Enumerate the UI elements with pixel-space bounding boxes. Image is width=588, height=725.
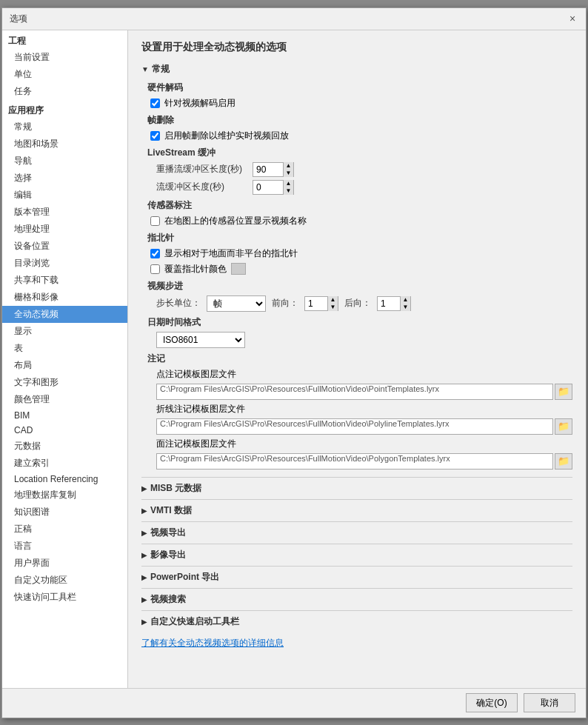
livestream-title: LiveStream 缓冲	[147, 147, 572, 159]
general-arrow-icon: ▼	[141, 65, 149, 73]
sidebar-item-quick-access[interactable]: 快速访问工具栏	[2, 589, 127, 606]
north-arrow-label2: 覆盖指北针颜色	[164, 263, 227, 275]
sidebar-item-bim[interactable]: BIM	[2, 408, 127, 423]
backward-up[interactable]: ▲	[400, 296, 410, 304]
sidebar-item-layout[interactable]: 布局	[2, 357, 127, 374]
sidebar-item-full-motion-video[interactable]: 全动态视频	[2, 306, 127, 323]
sidebar-item-location-referencing[interactable]: Location Referencing	[2, 472, 127, 487]
sidebar-item-build-index[interactable]: 建立索引	[2, 455, 127, 472]
general-section-label: 常规	[152, 63, 170, 76]
step-unit-select[interactable]: 帧	[207, 295, 266, 312]
stream-buffer-down[interactable]: ▼	[283, 187, 293, 195]
sidebar-item-cad[interactable]: CAD	[2, 423, 127, 438]
polyline-annotation-browse[interactable]: 📁	[555, 418, 572, 435]
point-annotation-row: C:\Program Files\ArcGIS\Pro\Resources\Fu…	[156, 384, 572, 400]
sidebar-item-knowledge-graph[interactable]: 知识图谱	[2, 504, 127, 521]
video-export-arrow-icon: ▶	[141, 529, 147, 537]
sidebar-item-map-scene[interactable]: 地图和场景	[2, 136, 127, 153]
dialog-title: 选项	[10, 13, 27, 25]
sidebar-item-catalog-browsing[interactable]: 目录浏览	[2, 255, 127, 272]
main-content: 设置用于处理全动态视频的选项 ▼ 常规 硬件解码 针对视频解码启用 帧删除 启用…	[128, 30, 586, 688]
general-section-header[interactable]: ▼ 常规	[141, 63, 572, 76]
north-arrow-label1: 显示相对于地面而非平台的指北针	[164, 247, 298, 260]
sidebar-item-metadata[interactable]: 元数据	[2, 438, 127, 455]
backward-label: 后向：	[344, 297, 371, 310]
sidebar-item-editing[interactable]: 编辑	[2, 187, 127, 204]
point-annotation-input[interactable]: C:\Program Files\ArcGIS\Pro\Resources\Fu…	[156, 384, 553, 400]
sidebar-item-proofing[interactable]: 正稿	[2, 521, 127, 538]
close-button[interactable]: ×	[567, 13, 578, 24]
sidebar-item-version-management[interactable]: 版本管理	[2, 204, 127, 221]
hardware-decode-checkbox[interactable]	[150, 98, 160, 108]
north-arrow-color-preview[interactable]	[231, 263, 246, 275]
forward-up[interactable]: ▲	[327, 296, 338, 304]
stream-buffer-input[interactable]	[253, 181, 283, 194]
sidebar-item-geodatabase-replication[interactable]: 地理数据库复制	[2, 487, 127, 504]
sidebar-item-language[interactable]: 语言	[2, 538, 127, 555]
replay-buffer-up[interactable]: ▲	[283, 162, 293, 170]
sidebar-item-raster-imagery[interactable]: 栅格和影像	[2, 289, 127, 306]
sidebar-item-display[interactable]: 显示	[2, 323, 127, 340]
forward-down[interactable]: ▼	[327, 304, 338, 311]
video-export-section-label: 视频导出	[150, 527, 186, 539]
backward-input[interactable]	[378, 297, 400, 310]
frame-purge-checkbox[interactable]	[150, 131, 160, 141]
annotation-body: 点注记模板图层文件 C:\Program Files\ArcGIS\Pro\Re…	[156, 368, 572, 470]
replay-buffer-spinner: ▲ ▼	[253, 162, 294, 177]
video-search-arrow-icon: ▶	[141, 595, 147, 604]
custom-toolbar-section-header[interactable]: ▶ 自定义快速启动工具栏	[141, 610, 572, 628]
point-annotation-browse[interactable]: 📁	[555, 384, 572, 400]
misb-arrow-icon: ▶	[141, 484, 147, 492]
stream-buffer-row: 流缓冲区长度(秒) ▲ ▼	[156, 180, 572, 195]
north-arrow-checkbox1[interactable]	[150, 249, 160, 258]
stream-buffer-spinner-buttons: ▲ ▼	[283, 180, 293, 195]
polygon-annotation-row: C:\Program Files\ArcGIS\Pro\Resources\Fu…	[156, 453, 572, 470]
sidebar-item-color-management[interactable]: 颜色管理	[2, 391, 127, 408]
hardware-decode-row: 针对视频解码启用	[150, 97, 572, 110]
stream-buffer-up[interactable]: ▲	[283, 180, 293, 187]
image-export-section-header[interactable]: ▶ 影像导出	[141, 544, 572, 561]
polygon-annotation-label: 面注记模板图层文件	[156, 438, 572, 450]
sidebar-item-sharing[interactable]: 共享和下载	[2, 272, 127, 289]
video-step-row: 步长单位： 帧 前向： ▲ ▼ 后向：	[156, 295, 572, 312]
video-export-section-header[interactable]: ▶ 视频导出	[141, 521, 572, 539]
forward-input[interactable]	[305, 297, 327, 310]
polyline-annotation-input[interactable]: C:\Program Files\ArcGIS\Pro\Resources\Fu…	[156, 418, 553, 435]
sidebar-item-customize-ribbon[interactable]: 自定义功能区	[2, 572, 127, 589]
hardware-decode-title: 硬件解码	[147, 81, 572, 94]
sensor-annotation-checkbox[interactable]	[150, 216, 160, 226]
sidebar-item-text-graphics[interactable]: 文字和图形	[2, 374, 127, 391]
powerpoint-section-header[interactable]: ▶ PowerPoint 导出	[141, 566, 572, 584]
annotation-title: 注记	[147, 353, 572, 365]
forward-spinner: ▲ ▼	[304, 296, 338, 311]
replay-buffer-input[interactable]	[253, 163, 283, 176]
datetime-format-row: ISO8601	[156, 332, 572, 348]
sidebar-item-navigation[interactable]: 导航	[2, 153, 127, 170]
ok-button[interactable]: 确定(O)	[466, 693, 518, 712]
custom-toolbar-arrow-icon: ▶	[141, 618, 147, 626]
sidebar-item-selection[interactable]: 选择	[2, 170, 127, 187]
polygon-annotation-input[interactable]: C:\Program Files\ArcGIS\Pro\Resources\Fu…	[156, 453, 553, 470]
polygon-annotation-browse[interactable]: 📁	[555, 453, 572, 470]
video-search-section-header[interactable]: ▶ 视频搜索	[141, 588, 572, 606]
sidebar-item-tasks[interactable]: 任务	[2, 83, 127, 100]
options-dialog: 选项 × 工程 当前设置 单位 任务 应用程序 常规 地图和场景 导航 选择 编…	[1, 7, 587, 718]
sidebar-item-user-interface[interactable]: 用户界面	[2, 555, 127, 572]
sidebar-item-device-location[interactable]: 设备位置	[2, 238, 127, 255]
sidebar-item-general[interactable]: 常规	[2, 118, 127, 136]
vmti-section-header[interactable]: ▶ VMTI 数据	[141, 499, 572, 517]
video-step-title: 视频步进	[147, 280, 572, 293]
sidebar-item-geoprocessing[interactable]: 地理处理	[2, 221, 127, 238]
footer-link[interactable]: 了解有关全动态视频选项的详细信息	[141, 637, 284, 649]
datetime-format-select[interactable]: ISO8601	[156, 332, 245, 348]
dialog-body: 工程 当前设置 单位 任务 应用程序 常规 地图和场景 导航 选择 编辑 版本管…	[2, 30, 586, 688]
replay-buffer-down[interactable]: ▼	[283, 170, 293, 177]
sidebar-item-table[interactable]: 表	[2, 340, 127, 357]
sidebar-item-units[interactable]: 单位	[2, 66, 127, 83]
misb-section-header[interactable]: ▶ MISB 元数据	[141, 477, 572, 495]
sidebar-item-current-settings[interactable]: 当前设置	[2, 49, 127, 66]
cancel-button[interactable]: 取消	[524, 693, 575, 712]
backward-down[interactable]: ▼	[400, 304, 410, 311]
datetime-format-title: 日期时间格式	[147, 316, 572, 329]
north-arrow-checkbox2[interactable]	[150, 264, 160, 274]
